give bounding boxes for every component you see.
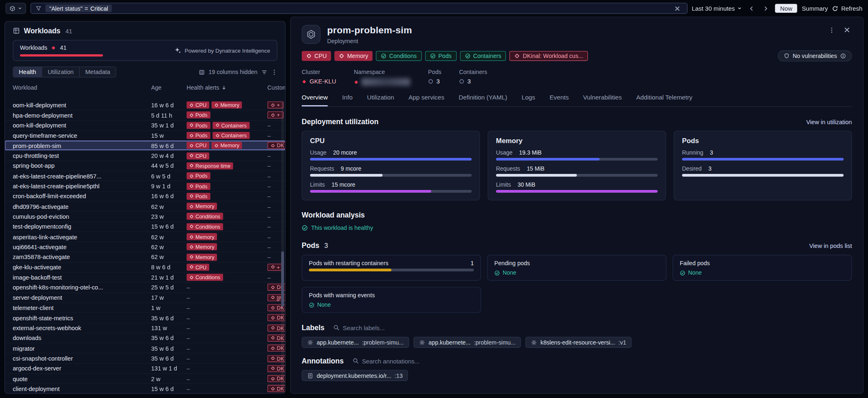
workload-age: 35 w 6 d bbox=[151, 355, 187, 361]
workload-alerts: – bbox=[187, 365, 268, 372]
tab-events[interactable]: Events bbox=[549, 94, 569, 106]
chip-k8slens-edit-resource-versi[interactable]: k8slens-edit-resource-versi...:v1 bbox=[526, 337, 632, 348]
workload-age: 62 w bbox=[151, 203, 187, 210]
kebab-menu-icon[interactable] bbox=[271, 69, 277, 75]
time-range-selector[interactable]: Last 30 minutes bbox=[692, 5, 742, 12]
table-row[interactable]: openshift-state-metrics35 w 6 d–DK bbox=[5, 313, 285, 323]
table-row[interactable]: cpu-throttling-test20 w 4 dCPU– bbox=[5, 151, 285, 161]
filter-bar[interactable]: "Alert status" = Critical bbox=[30, 3, 687, 14]
tab-definition-yaml[interactable]: Definition (YAML) bbox=[459, 94, 507, 106]
alert-badge-pods: Pods bbox=[187, 122, 210, 129]
labels-search[interactable] bbox=[333, 324, 442, 331]
row-density-icon[interactable] bbox=[261, 69, 268, 75]
refresh-button[interactable]: Refresh bbox=[832, 5, 862, 12]
scrollbar[interactable] bbox=[281, 102, 284, 390]
tab-vulnerabilities[interactable]: Vulnerabilities bbox=[583, 94, 622, 106]
table-row[interactable]: spring-boot-app44 w 5 dResponse time– bbox=[5, 161, 285, 171]
table-row[interactable]: telemeter-client1 w–DK bbox=[5, 303, 285, 313]
tab-info[interactable]: Info bbox=[342, 94, 353, 106]
back-button[interactable] bbox=[746, 3, 756, 13]
status-badge-containers[interactable]: Containers bbox=[460, 51, 506, 61]
workloads-summary-card[interactable]: Workloads 41 Powered by Dynatrace Intell… bbox=[13, 40, 277, 61]
more-actions-button[interactable] bbox=[826, 25, 836, 35]
status-badge-dkinal-workload-cus[interactable]: DKinal: Workload cus... bbox=[510, 51, 588, 61]
table-row[interactable]: image-backoff-test21 w 1 dConditions– bbox=[5, 273, 285, 283]
chip-app-kubernete[interactable]: app.kubernete...:problem-simu... bbox=[302, 337, 409, 348]
table-row[interactable]: quote2 w–DK bbox=[5, 374, 285, 384]
workload-name: server-deployment bbox=[13, 294, 151, 301]
annotations-search-input[interactable] bbox=[362, 357, 462, 364]
tab-utilization[interactable]: Utilization bbox=[367, 94, 394, 106]
table-row[interactable]: zam35878-activegate62 wMemory– bbox=[5, 252, 285, 262]
table-row[interactable]: test-deploymentconfig15 w 6 dConditions– bbox=[5, 222, 285, 232]
col-workload[interactable]: Workload bbox=[13, 84, 151, 91]
view-in-pods-list-link[interactable]: View in pods list bbox=[809, 242, 852, 249]
alert-badge-memory: Memory bbox=[187, 243, 217, 251]
col-custom[interactable]: Custom bbox=[268, 84, 285, 91]
table-row[interactable]: openshift-k8s-monitoring-otel-co...25 w … bbox=[5, 282, 285, 293]
workload-alerts: Memory bbox=[187, 233, 268, 241]
col-health-alerts[interactable]: Health alerts bbox=[187, 84, 268, 91]
critical-diamond-icon bbox=[302, 79, 307, 84]
table-row[interactable]: oom-kill-deployment35 w 1 dPodsContainer… bbox=[5, 120, 285, 131]
tab-utilization[interactable]: Utilization bbox=[42, 67, 80, 77]
table-row[interactable]: hpa-demo-deployment5 d 11 hPods+ bbox=[5, 110, 285, 120]
chip-app-kubernete[interactable]: app.kubernete...:problem-simu... bbox=[413, 337, 521, 348]
info-icon[interactable] bbox=[840, 53, 846, 58]
table-row[interactable]: prom-problem-sim85 w 6 dCPUMemoryDK bbox=[5, 141, 285, 151]
table-row[interactable]: at-eks-latest-create-pipeline5pthl9 w 1 … bbox=[5, 181, 285, 192]
columns-hidden-label[interactable]: 19 columns hidden bbox=[209, 69, 258, 75]
alert-badge-cpu: CPU bbox=[187, 264, 209, 271]
metric-usage: Usage19.3 MiB bbox=[496, 150, 658, 161]
status-badge-memory[interactable]: Memory bbox=[335, 51, 373, 61]
app-menu-button[interactable] bbox=[5, 3, 26, 14]
vulnerabilities-pill[interactable]: No vulnerabilities bbox=[778, 51, 852, 62]
view-in-utilization-link[interactable]: View in utilization bbox=[806, 118, 852, 125]
workload-name: cumulus-pod-eviction bbox=[13, 213, 151, 220]
workload-alerts: – bbox=[187, 335, 268, 341]
annotations-search[interactable] bbox=[353, 357, 462, 364]
col-age[interactable]: Age bbox=[151, 84, 187, 91]
table-row[interactable]: dhd09796-activegate62 wMemory– bbox=[5, 201, 285, 212]
pods-tiles: Pods with restarting containers1Pending … bbox=[302, 255, 852, 313]
table-row[interactable]: server-deployment17 w–[jh bbox=[5, 293, 285, 303]
table-row[interactable]: gke-klu-activegate8 w 6 dCPU+ bbox=[5, 262, 285, 273]
table-row[interactable]: migrator35 w 6 d–DK bbox=[5, 343, 285, 354]
summary-button[interactable]: Summary bbox=[802, 5, 828, 12]
table-row[interactable]: oom-kill-deployment16 w 6 dCPUMemory+ bbox=[5, 100, 285, 111]
table-row[interactable]: asperitas-link-activegate62 wMemory– bbox=[5, 232, 285, 242]
alert-badge-pods: Pods bbox=[187, 111, 210, 119]
status-badge-pods[interactable]: Pods bbox=[425, 51, 457, 61]
filter-chip[interactable]: "Alert status" = Critical bbox=[45, 5, 112, 12]
table-row[interactable]: client-deployment15 w 6 d–DK bbox=[5, 384, 285, 393]
chip-deployment-kubernetes-io-r[interactable]: deployment.kubernetes.io/r...:13 bbox=[302, 370, 408, 381]
tab-additional-telemetry[interactable]: Additional Telemetry bbox=[636, 94, 693, 106]
clear-filter-button[interactable] bbox=[672, 3, 682, 13]
critical-diamond-icon bbox=[51, 45, 56, 50]
tab-metadata[interactable]: Metadata bbox=[80, 67, 116, 77]
table-row[interactable]: csi-snapshot-controller35 w 6 d–DK bbox=[5, 354, 285, 364]
workload-alerts: – bbox=[187, 385, 268, 392]
now-button[interactable]: Now bbox=[775, 4, 797, 13]
table-row[interactable]: uqi66641-activegate62 wMemory– bbox=[5, 242, 285, 252]
table-row[interactable]: external-secrets-webhook131 w–DK bbox=[5, 323, 285, 333]
table-row[interactable]: query-timeframe-service15 wPodsContainer… bbox=[5, 131, 285, 141]
scrollbar-thumb[interactable] bbox=[281, 252, 284, 307]
table-row[interactable]: argocd-dex-server131 w 1 d–DK bbox=[5, 364, 285, 374]
tab-overview[interactable]: Overview bbox=[302, 94, 328, 106]
status-badge-conditions[interactable]: Conditions bbox=[376, 51, 422, 61]
metric-limits: Limits15 mcore bbox=[310, 182, 471, 193]
section-title: Pods bbox=[302, 241, 319, 250]
table-row[interactable]: cumulus-pod-eviction23 wConditions– bbox=[5, 212, 285, 222]
forward-button[interactable] bbox=[761, 3, 771, 13]
labels-search-input[interactable] bbox=[343, 324, 442, 331]
status-badge-cpu[interactable]: CPU bbox=[302, 51, 331, 61]
table-row[interactable]: cron-backoff-limit-exceeded16 w 6 dPods– bbox=[5, 192, 285, 202]
close-button[interactable] bbox=[842, 25, 852, 35]
columns-icon bbox=[199, 69, 205, 75]
tab-app-services[interactable]: App services bbox=[409, 94, 444, 106]
tab-health[interactable]: Health bbox=[13, 67, 42, 77]
tab-logs[interactable]: Logs bbox=[522, 94, 535, 106]
table-row[interactable]: downloads35 w 6 d–DK bbox=[5, 333, 285, 344]
table-row[interactable]: at-eks-latest-create-pipeline857...6 w 5… bbox=[5, 171, 285, 181]
